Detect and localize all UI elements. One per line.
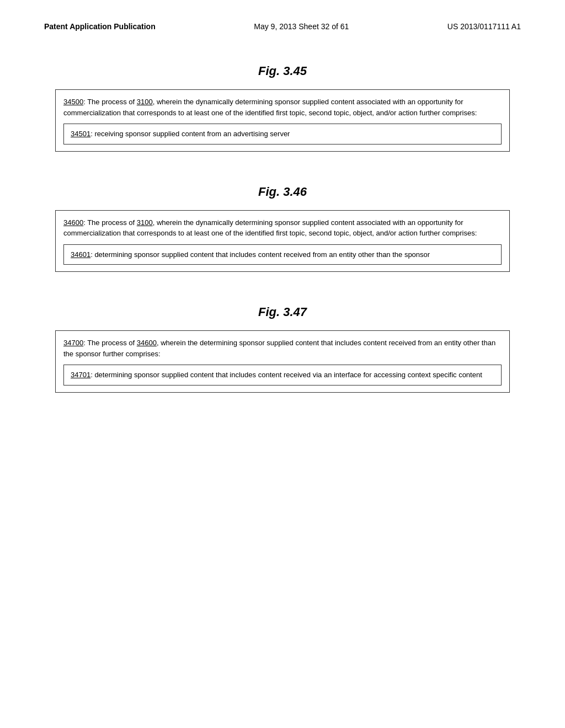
figure-346-outer-text-before: : The process of [83,218,137,227]
figure-346-outer-ref: 34600 [63,218,83,227]
figure-347-inner-ref: 34701 [71,371,90,379]
header-right: US 2013/0117111 A1 [447,22,521,31]
figure-347-outer-ref-link: 34600 [137,339,157,347]
figure-346-outer-box: 34600: The process of 3100, wherein the … [55,210,510,272]
figure-347-outer-box: 34700: The process of 34600, wherein the… [55,330,510,393]
figure-347-title: Fig. 3.47 [44,305,521,319]
figure-347-inner-text-content: : determining sponsor supplied content t… [90,371,482,379]
page-header: Patent Application Publication May 9, 20… [44,22,521,31]
figure-345-inner-box: 34501: receiving sponsor supplied conten… [63,124,502,144]
figure-345-outer-text-before: : The process of [83,98,137,106]
page: Patent Application Publication May 9, 20… [0,0,565,728]
figure-346-inner-text-content: : determining sponsor supplied content t… [90,250,430,259]
figure-346-inner-ref: 34601 [71,250,90,259]
figure-346: Fig. 3.46 34600: The process of 3100, wh… [44,185,521,272]
figure-345-outer-ref: 34500 [63,98,83,106]
figure-345-outer-box: 34500: The process of 3100, wherein the … [55,89,510,152]
header-left: Patent Application Publication [44,22,156,31]
figure-347-outer-ref: 34700 [63,339,83,347]
figure-347: Fig. 3.47 34700: The process of 34600, w… [44,305,521,393]
figure-346-outer-text: 34600: The process of 3100, wherein the … [63,217,502,239]
figure-345-inner-ref: 34501 [71,130,90,138]
header-center: May 9, 2013 Sheet 32 of 61 [254,22,349,31]
figure-346-inner-text: 34601: determining sponsor supplied cont… [71,249,494,260]
figure-346-title: Fig. 3.46 [44,185,521,199]
figure-345-inner-text-content: : receiving sponsor supplied content fro… [90,130,290,138]
figure-346-outer-ref-link: 3100 [137,218,153,227]
figure-345: Fig. 3.45 34500: The process of 3100, wh… [44,64,521,152]
figure-347-outer-text-before: : The process of [83,339,137,347]
figure-347-outer-text: 34700: The process of 34600, wherein the… [63,338,502,359]
figure-347-inner-text: 34701: determining sponsor supplied cont… [71,370,494,381]
figure-345-inner-text: 34501: receiving sponsor supplied conten… [71,129,494,140]
figure-345-title: Fig. 3.45 [44,64,521,78]
figure-345-outer-text: 34500: The process of 3100, wherein the … [63,97,502,118]
figure-347-inner-box: 34701: determining sponsor supplied cont… [63,365,502,386]
figure-346-inner-box: 34601: determining sponsor supplied cont… [63,244,502,265]
figure-345-outer-ref-link: 3100 [137,98,153,106]
